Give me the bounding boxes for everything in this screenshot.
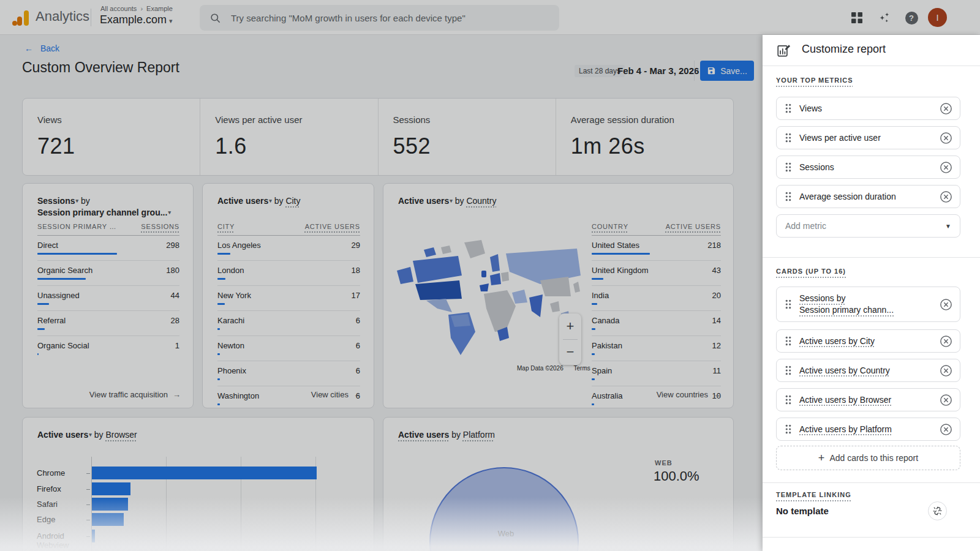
summary-metric: Views 721 — [23, 99, 200, 175]
map-terms-link[interactable]: Terms — [574, 365, 590, 372]
dimension-value: Unassigned — [37, 291, 80, 300]
add-cards-button[interactable]: + Add cards to this report — [776, 446, 960, 470]
metric-value: 298 — [166, 241, 179, 250]
breadcrumb-root[interactable]: All accounts — [100, 5, 137, 12]
table-row: Los Angeles29 — [217, 236, 360, 261]
metric-value: 14 — [712, 316, 721, 325]
panel-card-item: Active users by Browser — [776, 388, 960, 411]
panel-card-item: Active users by City — [776, 329, 960, 353]
remove-card-button[interactable] — [940, 298, 952, 311]
panel-metric-item: Views per active user — [776, 126, 960, 149]
platform-pie-chart — [429, 467, 579, 551]
metric-link[interactable]: Active users — [398, 430, 449, 440]
dimension-link[interactable]: Country — [466, 196, 496, 206]
remove-card-button[interactable] — [940, 364, 952, 377]
mini-bar — [592, 278, 603, 280]
table-row-content: New York17 — [217, 291, 360, 300]
table-row: Newton6 — [217, 336, 360, 361]
remove-metric-button[interactable] — [940, 102, 952, 115]
metric-selector[interactable]: Active users▾ — [217, 196, 272, 206]
breadcrumb-current[interactable]: Example — [146, 5, 173, 12]
table-header: SESSION PRIMARY … SESSIONS — [37, 223, 179, 236]
table-row-content: Canada14 — [592, 316, 721, 325]
table-row-content: Los Angeles29 — [217, 241, 360, 250]
chevron-down-icon: ▾ — [169, 17, 173, 24]
remove-metric-button[interactable] — [940, 132, 952, 144]
dimension-value: New York — [217, 291, 251, 300]
search-input[interactable] — [230, 12, 549, 24]
metric-item-label: Views — [799, 103, 940, 114]
remove-metric-button[interactable] — [940, 161, 952, 174]
axis-tick — [86, 489, 90, 490]
search-bar[interactable] — [200, 5, 559, 31]
view-cities-link[interactable]: View cities→ — [311, 390, 361, 399]
dimension-link[interactable]: Browser — [105, 430, 137, 440]
link-off-icon — [932, 506, 943, 516]
dimension-link[interactable]: Platform — [463, 430, 495, 440]
breadcrumb-separator-icon: › — [140, 5, 143, 12]
account-avatar[interactable]: I — [928, 8, 947, 27]
mini-bar — [37, 328, 45, 330]
arrow-right-icon: → — [173, 390, 181, 399]
property-switcher[interactable]: Example.com▾ — [100, 13, 173, 26]
metric-value: 18 — [352, 266, 360, 275]
panel-divider — [763, 482, 980, 483]
back-button[interactable]: ← Back — [24, 43, 59, 53]
add-metric-dropdown[interactable]: Add metric ▼ — [776, 214, 960, 238]
dimension-value: United States — [592, 241, 639, 250]
drag-handle-icon[interactable] — [785, 424, 791, 434]
map-zoom-out-button[interactable]: − — [559, 340, 581, 365]
metric-value: 43 — [712, 266, 721, 275]
drag-handle-icon[interactable] — [785, 103, 791, 113]
dimension-value: Organic Social — [37, 341, 89, 350]
drag-handle-icon[interactable] — [785, 365, 791, 375]
save-icon — [707, 66, 716, 75]
metric-selector[interactable]: Active users▾ — [37, 430, 92, 440]
map-zoom-in-button[interactable]: + — [559, 313, 581, 339]
gemini-sparkle-icon[interactable] — [877, 10, 892, 25]
card-item-label: Active users by City — [799, 335, 940, 347]
brand-name: Analytics — [36, 9, 89, 24]
column-header-dimension: CITY — [217, 223, 235, 230]
bar-category-label: Chrome — [37, 468, 88, 478]
table-row: United Kingdom43 — [592, 261, 721, 286]
unlink-template-button[interactable] — [928, 501, 947, 520]
metric-selector[interactable]: Sessions▾ — [37, 196, 78, 206]
save-button[interactable]: Save... — [700, 61, 754, 81]
metric-selector[interactable]: Active users▾ — [398, 196, 453, 206]
panel-title: Customize report — [802, 43, 886, 56]
bar-category-label: Android Webview — [37, 531, 88, 550]
drag-handle-icon[interactable] — [785, 162, 791, 172]
remove-card-button[interactable] — [940, 335, 952, 348]
property-name: Example.com — [100, 13, 167, 26]
metric-value: 29 — [352, 241, 360, 250]
browser-bar-chart: ChromeFirefoxSafariEdgeAndroid Webview — [23, 457, 374, 551]
remove-card-button[interactable] — [940, 394, 952, 407]
card-item-label-line: Sessions by — [799, 293, 940, 304]
card-title: Sessions▾ by — [37, 196, 90, 206]
section-label-cards: CARDS (UP TO 16) — [776, 268, 846, 275]
view-countries-link[interactable]: View countries→ — [657, 390, 721, 399]
view-traffic-acquisition-link[interactable]: View traffic acquisition→ — [89, 390, 181, 399]
summary-metric: Views per active user 1.6 — [200, 99, 377, 175]
section-label-template: TEMPLATE LINKING — [776, 491, 851, 498]
remove-card-button[interactable] — [940, 423, 952, 436]
google-apps-grid-icon[interactable] — [850, 10, 864, 25]
date-range-picker[interactable]: Feb 4 - Mar 3, 2026 — [617, 66, 699, 76]
drag-handle-icon[interactable] — [785, 299, 791, 309]
drag-handle-icon[interactable] — [785, 133, 791, 143]
dimension-link[interactable]: City — [285, 196, 300, 206]
drag-handle-icon[interactable] — [785, 336, 791, 346]
metric-value: 6 — [356, 316, 360, 325]
table-row: Phoenix6 — [217, 361, 360, 386]
drag-handle-icon[interactable] — [785, 395, 791, 405]
dimension-selector[interactable]: Session primary channel grou...▾ — [37, 208, 171, 217]
dimension-value: Organic Search — [37, 266, 92, 275]
metric-item-label: Average session duration — [799, 191, 940, 203]
breadcrumb[interactable]: All accounts › Example — [100, 5, 173, 12]
remove-metric-button[interactable] — [940, 190, 952, 203]
card-item-label: Active users by Platform — [799, 424, 940, 435]
table-row: New York17 — [217, 286, 360, 311]
drag-handle-icon[interactable] — [785, 192, 791, 201]
help-icon[interactable]: ? — [904, 10, 919, 25]
